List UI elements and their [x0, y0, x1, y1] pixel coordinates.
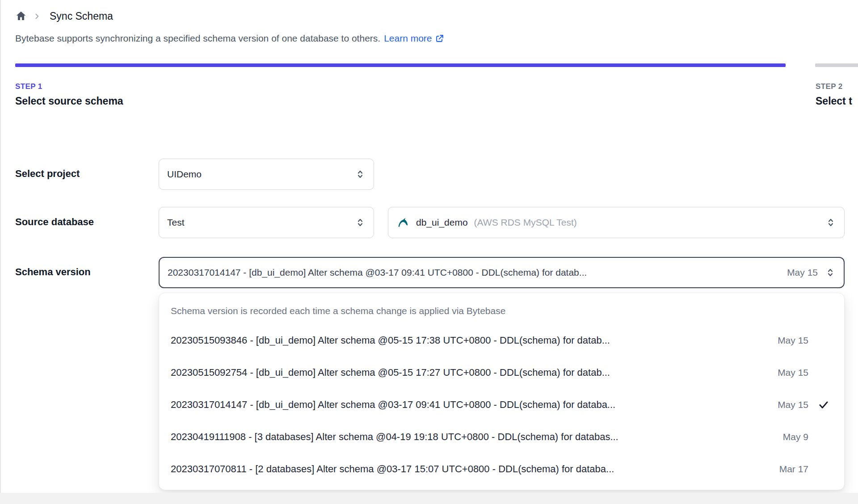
schema-version-option[interactable]: 20230419111908 - [3 databases] Alter sch…	[159, 421, 844, 453]
external-link-icon	[435, 34, 445, 43]
learn-more-label: Learn more	[384, 33, 432, 44]
schema-version-dropdown: Schema version is recorded each time a s…	[159, 293, 845, 490]
source-database-label: Source database	[15, 216, 94, 228]
database-select-value: db_ui_demo	[416, 217, 468, 228]
step-2-label: STEP 2	[816, 82, 858, 91]
select-project-label: Select project	[15, 168, 80, 180]
option-text: 20230515092754 - [db_ui_demo] Alter sche…	[171, 367, 768, 378]
environment-select-value: Test	[167, 217, 185, 228]
mysql-icon	[396, 216, 410, 229]
schema-version-option[interactable]: 20230515093846 - [db_ui_demo] Alter sche…	[159, 324, 844, 357]
schema-version-select-date: May 15	[787, 267, 818, 278]
option-date: May 15	[775, 367, 808, 378]
option-text: 20230317014147 - [db_ui_demo] Alter sche…	[171, 399, 768, 411]
option-date: May 15	[775, 399, 808, 410]
page-title: Sync Schema	[50, 10, 113, 22]
project-select[interactable]: UIDemo	[159, 159, 374, 190]
schema-version-option[interactable]: 20230317014147 - [db_ui_demo] Alter sche…	[159, 389, 844, 421]
project-select-value: UIDemo	[167, 169, 202, 180]
breadcrumb: Sync Schema	[15, 7, 113, 25]
schema-version-option[interactable]: 20230317070811 - [2 databases] Alter sch…	[159, 453, 844, 485]
sidebar-divider	[0, 0, 1, 504]
schema-version-option[interactable]: 20230515092754 - [db_ui_demo] Alter sche…	[159, 357, 844, 389]
environment-select[interactable]: Test	[159, 207, 374, 238]
option-text: 20230317070811 - [2 databases] Alter sch…	[171, 463, 768, 475]
step-2: STEP 2 Select t	[816, 82, 858, 107]
step2-progress-bar	[815, 63, 858, 67]
step-2-title: Select t	[816, 95, 858, 107]
chevron-right-icon	[33, 13, 41, 20]
option-date: Mar 17	[775, 464, 808, 475]
home-icon[interactable]	[15, 10, 27, 22]
dropdown-header-text: Schema version is recorded each time a s…	[159, 298, 844, 324]
step-1-title: Select source schema	[15, 95, 123, 107]
chevron-updown-icon	[355, 217, 366, 228]
database-select-detail: (AWS RDS MySQL Test)	[474, 217, 577, 228]
chevron-updown-icon	[825, 217, 836, 228]
option-date: May 15	[775, 335, 808, 346]
step1-progress-bar	[15, 63, 786, 67]
page-description: Bytebase supports synchronizing a specif…	[15, 33, 445, 44]
chevron-updown-icon	[825, 267, 836, 278]
chevron-updown-icon	[355, 169, 366, 180]
option-text: 20230515093846 - [db_ui_demo] Alter sche…	[171, 335, 768, 346]
schema-version-select-value: 20230317014147 - [db_ui_demo] Alter sche…	[168, 267, 781, 278]
learn-more-link[interactable]: Learn more	[384, 33, 444, 44]
option-date: May 9	[775, 432, 808, 442]
schema-version-label: Schema version	[15, 266, 91, 278]
schema-version-select[interactable]: 20230317014147 - [db_ui_demo] Alter sche…	[159, 257, 845, 288]
step-1-label: STEP 1	[15, 82, 123, 91]
check-icon	[815, 399, 833, 411]
schema-version-listbox: 20230515093846 - [db_ui_demo] Alter sche…	[159, 324, 844, 485]
step-1: STEP 1 Select source schema	[15, 82, 123, 107]
option-text: 20230419111908 - [3 databases] Alter sch…	[171, 431, 768, 443]
bottom-band	[0, 493, 858, 504]
description-text: Bytebase supports synchronizing a specif…	[15, 33, 380, 44]
database-select[interactable]: db_ui_demo (AWS RDS MySQL Test)	[388, 207, 845, 238]
